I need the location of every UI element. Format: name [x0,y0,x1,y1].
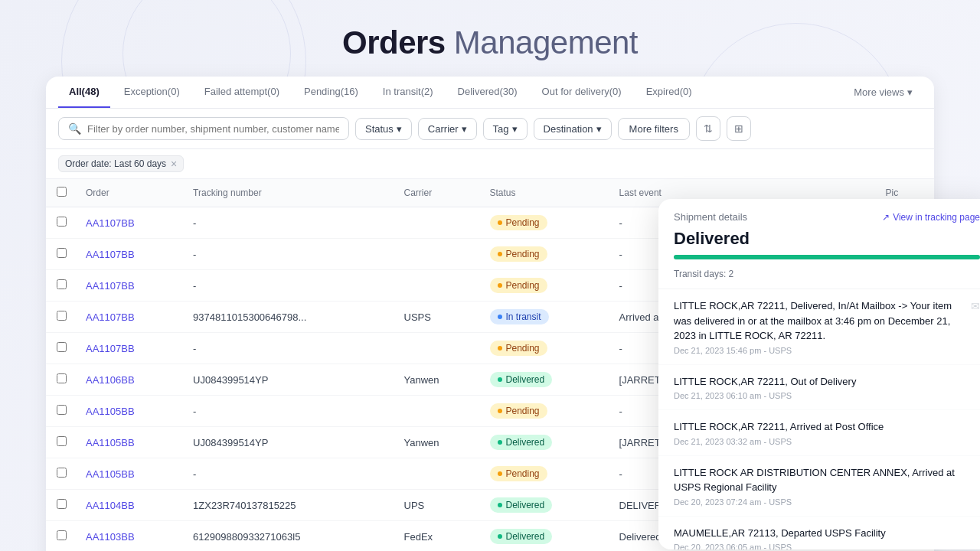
event-item: LITTLE ROCK,AR 72211, Arrived at Post Of… [658,410,980,456]
events-list: LITTLE ROCK,AR 72211, Delivered, In/At M… [658,289,980,549]
progress-bar-container [658,255,980,266]
event-description: LITTLE ROCK AR DISTRIBUTION CENTER ANNEX… [674,465,980,495]
chevron-down-icon: ▾ [596,123,602,135]
row-checkbox[interactable] [57,248,67,258]
order-link[interactable]: AA1105BB [86,468,135,480]
more-views-button[interactable]: More views ▾ [844,80,922,104]
panel-status: Delivered [658,226,980,255]
order-link[interactable]: AA1107BB [86,311,135,323]
panel-title: Shipment details [674,211,747,223]
row-order: AA1107BB [77,333,184,364]
table-header-checkbox [46,179,77,207]
view-tracking-link[interactable]: ↗ View in tracking page [882,212,980,223]
row-checkbox[interactable] [57,499,67,509]
event-description: LITTLE ROCK,AR 72211, Delivered, In/At M… [674,298,980,344]
row-checkbox[interactable] [57,217,67,227]
destination-filter-label: Destination [544,123,593,135]
order-link[interactable]: AA1107BB [86,280,135,292]
more-filters-button[interactable]: More filters [618,118,690,140]
row-checkbox[interactable] [57,436,67,446]
status-badge: Delivered [490,529,553,544]
tab-all[interactable]: All(48) [58,77,110,108]
status-dot [498,503,502,507]
sort-icon-button[interactable]: ⇅ [696,116,720,141]
status-dot [498,440,502,445]
chevron-down-icon: ▾ [462,123,467,135]
row-checkbox-cell [46,333,77,364]
chevron-down-icon: ▾ [397,123,402,135]
order-link[interactable]: AA1106BB [86,374,135,386]
status-badge: Pending [490,341,547,356]
event-item: LITTLE ROCK,AR 72211, Out of Delivery De… [658,365,980,411]
order-link[interactable]: AA1104BB [86,500,135,511]
status-dot [498,220,502,225]
status-badge: In transit [490,309,549,324]
row-checkbox[interactable] [57,468,67,478]
search-icon: 🔍 [68,122,81,135]
columns-icon-button[interactable]: ⊞ [727,116,751,141]
status-dot [498,252,502,256]
status-dot [498,377,502,382]
sort-icon: ⇅ [704,122,713,135]
status-badge: Delivered [490,435,553,450]
order-link[interactable]: AA1105BB [86,437,135,448]
tab-out-for-delivery[interactable]: Out for delivery(0) [531,77,632,108]
row-checkbox[interactable] [57,342,67,352]
row-carrier [395,207,481,239]
columns-icon: ⊞ [734,122,743,135]
search-box[interactable]: 🔍 [58,117,349,140]
status-dot [498,409,502,413]
order-link[interactable]: AA1103BB [86,531,135,543]
tab-failed-attempt[interactable]: Failed attempt(0) [194,77,290,108]
row-status: Pending [481,458,610,490]
row-order: AA1107BB [77,239,184,270]
more-views-label: More views [854,86,904,98]
row-checkbox-cell [46,427,77,458]
active-filters-bar: Order date: Last 60 days × [46,149,934,179]
status-filter-label: Status [365,123,394,135]
row-carrier: Yanwen [395,427,481,458]
event-time: Dec 21, 2023 03:32 am - USPS [674,437,980,446]
destination-filter-button[interactable]: Destination ▾ [534,118,612,140]
row-tracking: 9374811015300646798... [184,302,394,333]
order-link[interactable]: AA1107BB [86,217,135,229]
row-checkbox-cell [46,302,77,333]
row-checkbox[interactable] [57,373,67,383]
status-badge: Pending [490,466,547,481]
order-link[interactable]: AA1105BB [86,406,135,417]
row-tracking: UJ084399514YP [184,364,394,396]
close-icon[interactable]: × [171,158,177,169]
tab-exception[interactable]: Exception(0) [113,77,191,108]
row-carrier [395,396,481,427]
tab-expired[interactable]: Expired(0) [635,77,703,108]
row-checkbox-cell [46,396,77,427]
status-badge: Pending [490,246,547,262]
order-link[interactable]: AA1107BB [86,249,135,260]
row-carrier: Yanwen [395,364,481,396]
order-link[interactable]: AA1107BB [86,343,135,354]
event-time: Dec 21, 2023 06:10 am - USPS [674,391,980,400]
tag-filter-button[interactable]: Tag ▾ [483,118,528,140]
row-checkbox-cell [46,364,77,396]
row-checkbox[interactable] [57,311,67,321]
event-item: MAUMELLE,AR 72113, Departed USPS Facilit… [658,517,980,550]
row-tracking: - [184,239,394,270]
row-carrier: FedEx [395,521,481,552]
search-input[interactable] [87,123,339,135]
tab-pending[interactable]: Pending(16) [293,77,369,108]
date-filter-tag[interactable]: Order date: Last 60 days × [58,155,184,172]
chevron-down-icon: ▾ [512,123,518,135]
carrier-filter-button[interactable]: Carrier ▾ [418,118,477,140]
status-filter-button[interactable]: Status ▾ [355,118,412,140]
tab-in-transit[interactable]: In transit(2) [372,77,444,108]
table-header-status: Status [481,179,610,207]
tab-delivered[interactable]: Delivered(30) [447,77,528,108]
row-status: Delivered [481,490,610,521]
row-checkbox[interactable] [57,405,67,415]
row-carrier [395,458,481,490]
event-description: LITTLE ROCK,AR 72211, Arrived at Post Of… [674,419,980,435]
row-checkbox[interactable] [57,530,67,540]
select-all-checkbox[interactable] [57,187,67,197]
row-checkbox[interactable] [57,279,67,289]
progress-bar-background [674,255,980,259]
